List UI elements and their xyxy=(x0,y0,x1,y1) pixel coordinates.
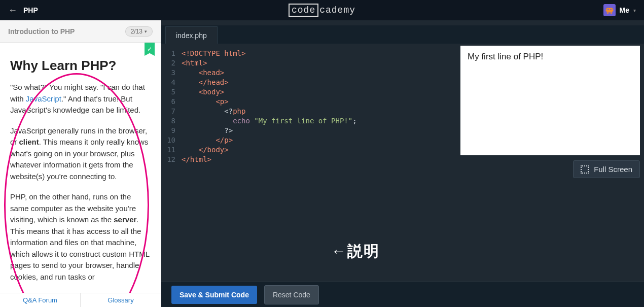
lesson-content: ✓ Why Learn PHP? "So what?" You might sa… xyxy=(0,43,161,293)
save-submit-button[interactable]: Save & Submit Code xyxy=(171,286,257,304)
action-bar: Save & Submit Code Reset Code xyxy=(161,282,644,307)
step-label: 2/13 xyxy=(131,28,142,35)
lesson-sidebar: Introduction to PHP 2/13 ▾ ✓ Why Learn P… xyxy=(0,20,161,307)
avatar xyxy=(603,4,616,16)
logo-left: code xyxy=(289,4,318,17)
javascript-link[interactable]: JavaScript xyxy=(26,94,61,103)
svg-rect-3 xyxy=(605,10,606,11)
sidebar-footer: Q&A Forum Glossary xyxy=(0,293,161,307)
lesson-paragraph: PHP, on the other hand, runs on the same… xyxy=(10,191,151,283)
line-number: 11 xyxy=(161,145,182,155)
top-bar: ← PHP codecademy Me ▾ xyxy=(0,0,644,20)
svg-rect-0 xyxy=(606,8,613,13)
line-number: 3 xyxy=(161,68,182,78)
file-tab[interactable]: index.php xyxy=(165,26,218,44)
step-selector[interactable]: 2/13 ▾ xyxy=(125,26,153,37)
user-label: Me xyxy=(620,6,629,14)
bookmark-icon: ✓ xyxy=(145,43,155,56)
reset-code-button[interactable]: Reset Code xyxy=(264,285,319,304)
svg-rect-2 xyxy=(610,9,611,10)
output-panel: My first line of PHP! Full Screen xyxy=(460,46,640,178)
svg-rect-1 xyxy=(607,9,609,10)
tab-row: index.php xyxy=(161,25,644,44)
fullscreen-icon xyxy=(581,165,589,174)
fullscreen-button[interactable]: Full Screen xyxy=(573,160,640,178)
sidebar-header: Introduction to PHP 2/13 ▾ xyxy=(0,20,161,43)
lesson-paragraph: "So what?" You might say. "I can do that… xyxy=(10,82,151,116)
chevron-down-icon: ▾ xyxy=(145,29,147,34)
line-number: 8 xyxy=(161,116,182,126)
logo-right: cademy xyxy=(319,5,355,15)
course-name: PHP xyxy=(23,6,38,14)
chevron-down-icon: ▾ xyxy=(633,8,636,13)
fullscreen-label: Full Screen xyxy=(594,165,632,174)
line-number: 5 xyxy=(161,87,182,97)
svg-rect-5 xyxy=(607,13,608,14)
line-number: 1 xyxy=(161,49,182,58)
lesson-title: Introduction to PHP xyxy=(8,27,125,36)
logo[interactable]: codecademy xyxy=(289,4,355,17)
line-number: 9 xyxy=(161,126,182,135)
main-area: Introduction to PHP 2/13 ▾ ✓ Why Learn P… xyxy=(0,20,644,307)
robot-icon xyxy=(605,6,614,15)
line-number: 12 xyxy=(161,155,182,164)
lesson-heading: Why Learn PHP? xyxy=(10,58,151,74)
editor-area: index.php 1<!DOCTYPE html> 2<html> 3 <he… xyxy=(161,20,644,307)
line-number: 6 xyxy=(161,97,182,107)
glossary-link[interactable]: Glossary xyxy=(81,293,161,307)
output-view: My first line of PHP! xyxy=(460,46,640,155)
line-number: 7 xyxy=(161,107,182,116)
svg-rect-6 xyxy=(611,13,612,14)
annotation-label: ←説明 xyxy=(331,241,380,262)
output-text: My first line of PHP! xyxy=(468,52,543,61)
lesson-paragraph: JavaScript generally runs in the browser… xyxy=(10,125,151,183)
svg-rect-4 xyxy=(613,10,614,11)
line-number: 4 xyxy=(161,78,182,87)
qa-forum-link[interactable]: Q&A Forum xyxy=(0,293,81,307)
line-number: 2 xyxy=(161,58,182,68)
line-number: 10 xyxy=(161,135,182,145)
user-menu[interactable]: Me ▾ xyxy=(603,4,636,16)
back-arrow-icon[interactable]: ← xyxy=(8,5,17,16)
